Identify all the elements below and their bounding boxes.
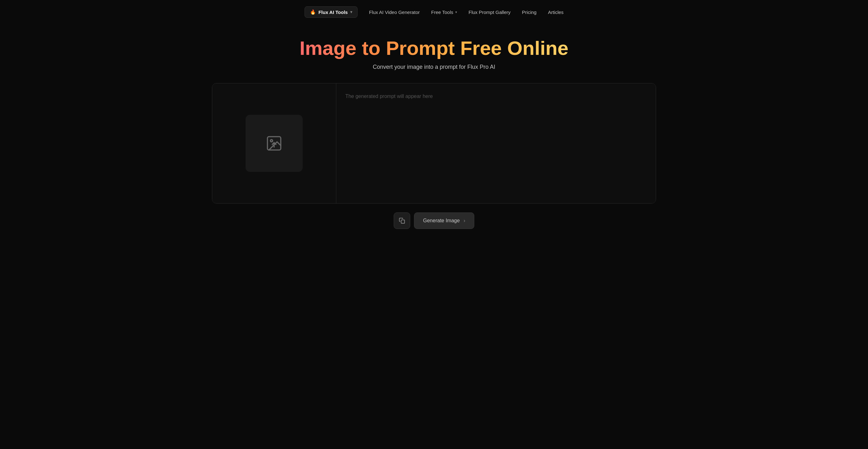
generate-image-button[interactable]: Generate Image › (414, 213, 475, 229)
upload-panel[interactable] (212, 84, 336, 203)
svg-point-1 (271, 140, 273, 142)
page-title: Image to Prompt Free Online (300, 37, 568, 59)
nav-link-free-tools[interactable]: Free Tools ▾ (431, 9, 457, 15)
main-panel: The generated prompt will appear here (212, 83, 656, 203)
nav-link-video-generator-label: Flux AI Video Generator (369, 9, 420, 15)
chevron-down-icon: ▾ (350, 10, 352, 14)
generate-button-label: Generate Image (423, 218, 460, 224)
nav-brand-button[interactable]: 🔥 Flux AI Tools ▾ (305, 6, 358, 18)
copy-button[interactable] (394, 213, 410, 229)
nav-link-pricing-label: Pricing (522, 9, 536, 15)
chevron-down-icon: ▾ (455, 10, 457, 14)
navbar: 🔥 Flux AI Tools ▾ Flux AI Video Generato… (0, 0, 868, 24)
upload-box[interactable] (246, 115, 303, 172)
nav-link-articles-label: Articles (548, 9, 563, 15)
arrow-right-icon: › (464, 218, 465, 224)
prompt-output-panel: The generated prompt will appear here (336, 84, 656, 203)
nav-link-prompt-gallery-label: Flux Prompt Gallery (469, 9, 511, 15)
svg-rect-3 (401, 220, 404, 224)
copy-icon (399, 218, 405, 224)
upload-image-icon (265, 134, 283, 152)
nav-link-articles[interactable]: Articles (548, 9, 563, 15)
nav-link-free-tools-label: Free Tools (431, 9, 453, 15)
brand-label: Flux AI Tools (318, 9, 348, 15)
page-subtitle: Convert your image into a prompt for Flu… (373, 64, 495, 70)
actions-row: Generate Image › (394, 213, 475, 229)
fire-icon: 🔥 (310, 9, 316, 15)
nav-link-video-generator[interactable]: Flux AI Video Generator (369, 9, 420, 15)
nav-link-pricing[interactable]: Pricing (522, 9, 536, 15)
hero-section: Image to Prompt Free Online Convert your… (300, 37, 568, 70)
nav-link-prompt-gallery[interactable]: Flux Prompt Gallery (469, 9, 511, 15)
prompt-placeholder-text: The generated prompt will appear here (345, 92, 433, 100)
